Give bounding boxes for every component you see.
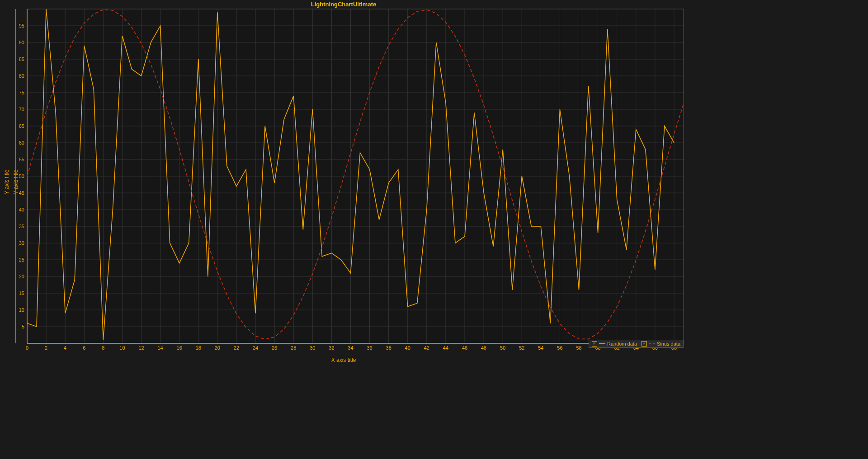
x-tick-label: 16 [177, 345, 182, 351]
legend-item-random[interactable]: ✓ Random data [592, 341, 637, 347]
y-tick-label: 50 [19, 173, 24, 179]
y-tick-label: 35 [19, 224, 24, 229]
legend-label: Random data [607, 341, 637, 347]
x-tick-label: 4 [64, 345, 66, 351]
y-tick-label: 60 [19, 140, 24, 145]
legend: ✓ Random data ✓ Sinus data [589, 340, 684, 348]
x-tick-label: 0 [26, 345, 28, 351]
x-tick-label: 6 [83, 345, 85, 351]
y-tick-label: 95 [19, 23, 24, 28]
x-tick-label: 46 [462, 345, 467, 351]
x-tick-label: 12 [138, 345, 144, 351]
y-tick-label: 65 [19, 123, 24, 129]
x-tick-label: 28 [291, 345, 296, 351]
x-tick-label: 52 [519, 345, 524, 351]
x-tick-label: 14 [157, 345, 163, 351]
y-tick-label: 30 [19, 240, 24, 246]
x-tick-label: 10 [119, 345, 125, 351]
y-tick-label: 90 [19, 40, 24, 45]
x-tick-label: 22 [234, 345, 239, 351]
checkbox-icon[interactable]: ✓ [642, 341, 647, 347]
x-tick-label: 38 [386, 345, 392, 351]
legend-swatch-solid [599, 343, 605, 344]
y-tick-label: 40 [19, 207, 24, 212]
legend-label: Sinus data [657, 341, 680, 347]
chart-container: LightningChartUltimate Y axis title Y ax… [0, 0, 687, 364]
y-tick-label: 55 [19, 157, 24, 162]
x-tick-label: 34 [348, 345, 353, 351]
y-tick-label: 70 [19, 107, 24, 112]
x-tick-label: 42 [424, 345, 429, 351]
y-tick-label: 85 [19, 56, 24, 62]
x-tick-label: 24 [253, 345, 258, 351]
x-tick-label: 54 [538, 345, 543, 351]
x-tick-label: 18 [196, 345, 201, 351]
x-tick-label: 48 [481, 345, 486, 351]
y-tick-label: 25 [19, 257, 24, 262]
x-tick-label: 32 [329, 345, 334, 351]
x-tick-label: 50 [500, 345, 505, 351]
x-tick-label: 20 [215, 345, 220, 351]
y-tick-label: 75 [19, 90, 24, 95]
chart-plot[interactable]: 0246810121416182022242628303234363840424… [0, 0, 687, 364]
x-tick-label: 8 [102, 345, 104, 351]
x-tick-label: 44 [443, 345, 448, 351]
y-tick-label: 5 [22, 324, 24, 329]
x-tick-label: 30 [310, 345, 315, 351]
y-tick-label: 20 [19, 274, 24, 279]
x-tick-label: 26 [272, 345, 277, 351]
legend-item-sinus[interactable]: ✓ Sinus data [642, 341, 680, 347]
legend-swatch-dash [649, 343, 655, 344]
x-tick-label: 56 [557, 345, 562, 351]
y-tick-label: 15 [19, 290, 24, 296]
y-tick-label: 45 [19, 190, 24, 196]
x-tick-label: 36 [367, 345, 372, 351]
checkbox-icon[interactable]: ✓ [592, 341, 597, 347]
x-tick-label: 40 [405, 345, 410, 351]
x-tick-label: 58 [576, 345, 581, 351]
y-tick-label: 80 [19, 73, 24, 79]
x-tick-label: 2 [45, 345, 47, 351]
y-tick-label: 10 [19, 307, 24, 313]
